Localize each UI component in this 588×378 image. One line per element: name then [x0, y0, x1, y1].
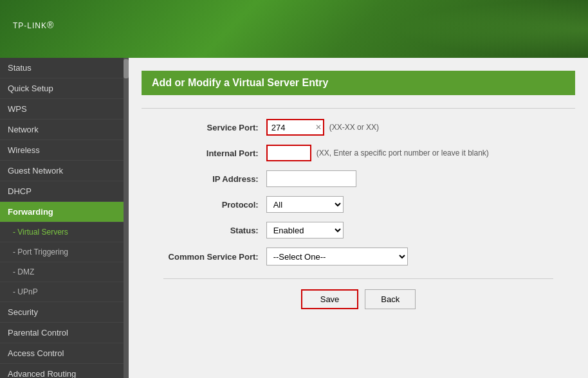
status-select[interactable]: Enabled Disabled [266, 222, 344, 239]
sidebar-item-guest-network[interactable]: Guest Network [0, 161, 129, 181]
sidebar-item-wps[interactable]: WPS [0, 99, 129, 120]
sidebar-item-upnp[interactable]: - UPnP [0, 282, 129, 302]
common-service-port-label: Common Service Port: [163, 252, 266, 262]
common-service-row: Common Service Port: --Select One-- DNS … [163, 248, 554, 266]
internal-port-row: Internal Port: (XX, Enter a specific por… [163, 145, 554, 161]
sidebar-item-network[interactable]: Network [0, 120, 129, 140]
sidebar-item-dmz[interactable]: - DMZ [0, 262, 129, 282]
main-content: Add or Modify a Virtual Server Entry Ser… [129, 58, 588, 378]
form: Service Port: ✕ (XX-XX or XX) Internal P… [163, 119, 554, 309]
common-service-port-group: --Select One-- DNS FTP HTTP HTTPS IMAP L… [266, 248, 408, 266]
sidebar-item-parental-control[interactable]: Parental Control [0, 323, 129, 343]
button-row: Save Back [163, 289, 554, 309]
internal-port-hint: (XX, Enter a specific port number or lea… [317, 148, 489, 158]
protocol-group: All TCP UDP TCP/UDP [266, 196, 344, 213]
sidebar-item-access-control[interactable]: Access Control [0, 343, 129, 364]
internal-port-input[interactable] [266, 145, 311, 161]
status-group: Enabled Disabled [266, 222, 344, 239]
ip-address-row: IP Address: [163, 170, 554, 187]
sidebar-item-quick-setup[interactable]: Quick Setup [0, 78, 129, 99]
ip-address-label: IP Address: [163, 174, 266, 184]
sidebar-item-virtual-servers[interactable]: - Virtual Servers [0, 222, 129, 242]
sidebar-item-port-triggering[interactable]: - Port Triggering [0, 242, 129, 262]
protocol-row: Protocol: All TCP UDP TCP/UDP [163, 196, 554, 213]
header: TP-LINK® [0, 0, 588, 58]
service-port-label: Service Port: [163, 123, 266, 132]
sidebar-item-advanced-routing[interactable]: Advanced Routing [0, 364, 129, 378]
ip-address-input[interactable] [266, 170, 356, 187]
protocol-select[interactable]: All TCP UDP TCP/UDP [266, 196, 344, 213]
service-port-group: ✕ (XX-XX or XX) [266, 119, 379, 136]
save-button[interactable]: Save [301, 289, 359, 309]
common-service-port-select[interactable]: --Select One-- DNS FTP HTTP HTTPS IMAP L… [266, 248, 408, 266]
sidebar-item-wireless[interactable]: Wireless [0, 140, 129, 161]
protocol-label: Protocol: [163, 200, 266, 210]
ip-address-group [266, 170, 356, 187]
sidebar: StatusQuick SetupWPSNetworkWirelessGuest… [0, 58, 129, 378]
sidebar-item-dhcp[interactable]: DHCP [0, 181, 129, 202]
sidebar-item-forwarding[interactable]: Forwarding [0, 202, 129, 222]
internal-port-group: (XX, Enter a specific port number or lea… [266, 145, 489, 161]
sidebar-item-status[interactable]: Status [0, 58, 129, 78]
status-label: Status: [163, 226, 266, 235]
internal-port-label: Internal Port: [163, 148, 266, 158]
back-button[interactable]: Back [365, 289, 416, 309]
service-port-clear-button[interactable]: ✕ [315, 123, 322, 132]
section-title: Add or Modify a Virtual Server Entry [142, 71, 575, 95]
logo: TP-LINK® [13, 15, 54, 42]
logo-text: TP-LINK [13, 21, 47, 30]
sidebar-item-security[interactable]: Security [0, 302, 129, 323]
logo-tm: ® [47, 20, 54, 30]
service-port-row: Service Port: ✕ (XX-XX or XX) [163, 119, 554, 136]
divider-top [142, 108, 575, 109]
status-row: Status: Enabled Disabled [163, 222, 554, 239]
divider-bottom [163, 278, 554, 279]
service-port-hint: (XX-XX or XX) [329, 123, 379, 132]
service-port-input-wrapper: ✕ [266, 119, 324, 136]
